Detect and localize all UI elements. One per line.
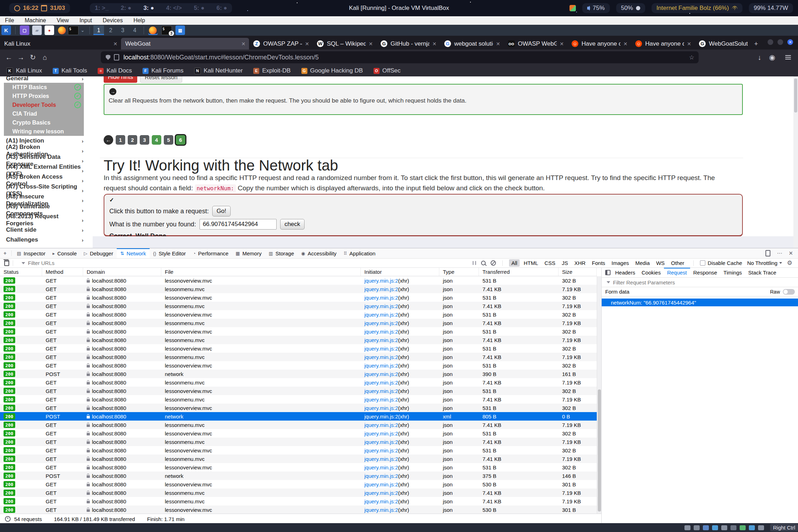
display-brightness-widget[interactable]: 50% [616,3,645,13]
page-scrollbar-thumb[interactable] [794,79,797,112]
vm-menu-machine[interactable]: Machine [25,17,46,24]
initiator-link[interactable]: jquery.min.js:2 [364,464,398,470]
browser-tab[interactable]: Kali Linux✕ [0,38,121,50]
devtools-tab-debugger[interactable]: ▷Debugger [80,248,117,258]
sidebar-lesson-item[interactable]: Crypto Basics [4,118,84,127]
taskbar-workspace-4[interactable]: 4 [129,25,140,35]
network-request-row[interactable]: 200GETlocalhost:8080lessonoverview.mvcjq… [0,463,597,472]
bookmark-item[interactable]: TKali Tools [53,67,87,74]
form-data-section-header[interactable]: Form data Raw [602,287,798,296]
launcher-dropdown-chevron[interactable]: ⌄ [81,28,85,33]
network-request-row[interactable]: 200GETlocalhost:8080lessonoverview.mvcjq… [0,361,597,370]
tab-close-icon[interactable]: ✕ [113,41,117,47]
initiator-link[interactable]: jquery.min.js:2 [364,507,398,513]
devtools-close-icon[interactable]: ✕ [788,250,793,256]
network-request-row[interactable]: 200GETlocalhost:8080lessonmenu.mvcjquery… [0,497,597,505]
network-request-row[interactable]: 200POSTlocalhost:8080networkjquery.min.j… [0,472,597,480]
devtools-tab-storage[interactable]: ▥Storage [265,248,297,258]
files-app-icon[interactable]: ▨ [175,25,185,35]
type-filter-other[interactable]: Other [669,259,687,267]
wifi-widget[interactable]: Internet Familie Bolz (66%) [652,3,742,13]
type-filter-ws[interactable]: WS [654,259,667,267]
minimize-button[interactable] [768,39,773,45]
browser-tab[interactable]: GGitHub - vernjan/we✕ [376,38,440,50]
network-request-row[interactable]: 200GETlocalhost:8080lessonmenu.mvcjquery… [0,395,597,404]
throttling-select[interactable]: No Throttling [747,260,782,266]
bookmark-item[interactable]: KKali Linux [6,67,42,74]
type-filter-fonts[interactable]: Fonts [589,259,608,267]
network-request-row[interactable]: 200GETlocalhost:8080lessonmenu.mvcjquery… [0,353,597,361]
bookmark-item[interactable]: OOffSec [374,67,401,74]
network-request-row[interactable]: 200GETlocalhost:8080lessonmenu.mvcjquery… [0,336,597,344]
lesson-page-button-2[interactable]: 2 [128,135,137,145]
devtools-tab-performance[interactable]: ◔Performance [189,248,232,258]
column-header-file[interactable]: File [161,268,361,276]
initiator-link[interactable]: jquery.min.js:2 [364,278,398,284]
page-back-button[interactable]: ← [104,135,113,145]
sidebar-category-item[interactable]: Challenges› [0,235,93,245]
browser-tab[interactable]: ZOWASP ZAP – ZAP i✕ [249,38,313,50]
type-filter-all[interactable]: All [509,259,520,267]
browser-tab[interactable]: WebGoat✕ [121,38,249,50]
type-filter-js[interactable]: JS [559,259,571,267]
taskbar-workspace-1[interactable]: 1 [93,25,104,35]
form-data-param-row[interactable]: networkNum: "66.90761745442964" [602,299,798,306]
column-header-domain[interactable]: Domain [83,268,161,276]
tab-close-icon[interactable]: ✕ [687,41,691,47]
initiator-link[interactable]: jquery.min.js:2 [364,439,398,445]
network-request-row[interactable]: 200GETlocalhost:8080lessonoverview.mvcjq… [0,387,597,395]
initiator-link[interactable]: jquery.min.js:2 [364,286,398,292]
initiator-link[interactable]: jquery.min.js:2 [364,473,398,479]
column-header-size[interactable]: Size [559,268,597,276]
bookmark-item[interactable]: EExploit-DB [253,67,290,74]
raw-toggle[interactable] [783,289,795,295]
new-tab-button[interactable]: + [750,38,767,50]
tab-close-icon[interactable]: ✕ [496,41,500,47]
tab-close-icon[interactable]: ✕ [432,41,436,47]
tab-close-icon[interactable]: ✕ [623,41,628,47]
column-header-status[interactable]: Status [0,268,42,276]
devtools-tab-memory[interactable]: ▦Memory [232,248,265,258]
file-manager-icon[interactable]: ▰ [32,25,42,35]
initiator-link[interactable]: jquery.min.js:2 [364,481,398,487]
downloads-icon[interactable]: ↓ [753,53,765,62]
network-request-row[interactable]: 200GETlocalhost:8080lessonoverview.mvcjq… [0,429,597,438]
taskbar-workspace-2[interactable]: 2 [105,25,116,35]
volume-widget[interactable]: 75% [582,3,610,13]
back-button[interactable]: ← [3,53,15,62]
initiator-link[interactable]: jquery.min.js:2 [364,430,398,436]
details-tab-stack-trace[interactable]: Stack Trace [745,268,779,277]
network-request-row[interactable]: 200POSTlocalhost:8080networkjquery.min.j… [0,370,597,378]
devtools-tab-inspector[interactable]: ▤Inspector [13,248,49,258]
initiator-link[interactable]: jquery.min.js:2 [364,405,398,411]
network-request-row[interactable]: 200GETlocalhost:8080lessonmenu.mvcjquery… [0,378,597,387]
column-header-method[interactable]: Method [42,268,83,276]
network-request-row[interactable]: 200GETlocalhost:8080lessonmenu.mvcjquery… [0,455,597,463]
network-request-row[interactable]: 200GETlocalhost:8080lessonoverview.mvcjq… [0,310,597,319]
clear-requests-icon[interactable] [4,260,9,266]
search-icon[interactable] [481,261,486,265]
initiator-link[interactable]: jquery.min.js:2 [364,354,398,360]
initiator-link[interactable]: jquery.min.js:2 [364,363,398,369]
initiator-link[interactable]: jquery.min.js:2 [364,490,398,496]
check-button[interactable]: check [280,219,304,230]
reset-lesson-button[interactable]: Reset lesson [140,76,182,83]
close-button[interactable]: ✕ [787,39,793,45]
initiator-link[interactable]: jquery.min.js:2 [364,414,398,420]
initiator-link[interactable]: jquery.min.js:2 [364,320,398,326]
lesson-page-button-4[interactable]: 4 [152,135,161,145]
type-filter-media[interactable]: Media [633,259,652,267]
applications-menu-button[interactable]: K [1,25,11,35]
bookmark-item[interactable]: GGoogle Hacking DB [301,67,363,74]
menu-icon[interactable] [785,54,791,60]
block-icon[interactable] [491,260,496,266]
virtualbox-dock-icon[interactable] [569,5,576,11]
lesson-page-button-1[interactable]: 1 [116,135,125,145]
network-request-row[interactable]: 200GETlocalhost:8080lessonmenu.mvcjquery… [0,421,597,429]
account-icon[interactable]: ◉ [766,53,778,62]
hint-arrow-icon[interactable]: → [109,88,116,95]
sidebar-lesson-item[interactable]: HTTP Proxies✓ [4,92,84,100]
details-tab-request[interactable]: Request [664,268,690,277]
initiator-link[interactable]: jquery.min.js:2 [364,303,398,309]
network-request-row[interactable]: 200GETlocalhost:8080lessonoverview.mvcjq… [0,327,597,336]
